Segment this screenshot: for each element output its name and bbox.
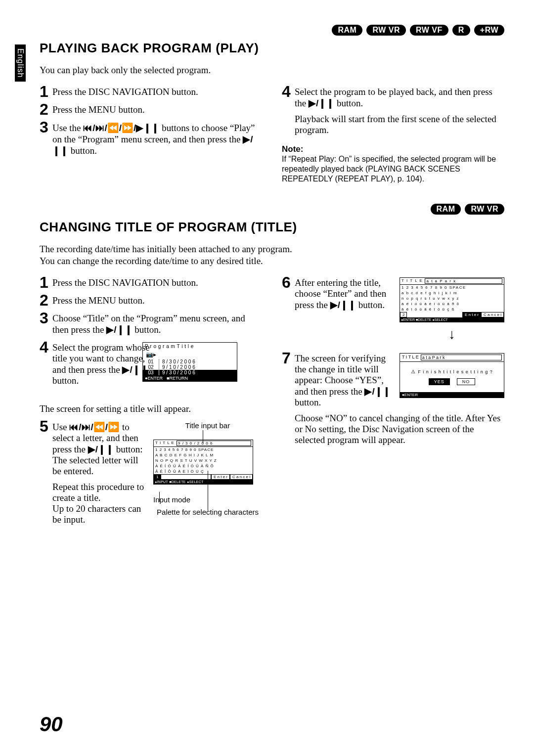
char-row: 1 2 3 4 5 6 7 8 9 0 SPACE [154,447,253,452]
section2-title: CHANGING TITLE OF PROGRAM (TITLE) [40,220,504,235]
nav-buttons-icon: ⏮/⏭/⏪/⏩ [69,422,120,432]
language-tab: English [15,44,26,82]
table-row-selected: 039 / 3 0 / 2 0 0 6 [143,370,237,375]
step-number: 1 [40,273,48,292]
char-row: A B C D E F G H I J K L M [154,452,253,458]
disc-badges-top: RAM RW VR RW VF R +RW [40,25,504,36]
playpause-icon: ▶/❙❙ [309,98,334,108]
cancel-cell: C a n c e l [230,474,253,480]
page-number: 90 [40,712,63,736]
s2-step1: 1 Press the DISC NAVIGATION button. [40,277,262,288]
char-row: â ê î ô û ä ë ï ö ü ç ß [400,307,504,312]
program-title-box: P r o g r a m T i t l e 📷▸ 018 / 3 0 / 2… [142,342,237,382]
mode-bar: 1 E n t e r C a n c e l [154,474,253,480]
s2-step5: 5 Use ⏮/⏭/⏪/⏩ to select a letter, and th… [40,421,262,525]
step-text: button. [68,145,97,156]
box-footer: ●ENTER ■DELETE ●SELECT [400,317,504,322]
mode-bar: 2 E n t e r C a n c e l [400,312,504,317]
step-number: 4 [40,338,48,356]
step-subtext: Repeat this procedure to create a title.… [52,482,144,525]
arrow-down-icon: ↓ [448,326,455,342]
label-title-input-bar: Title input bar [153,421,262,430]
camera-icon: 📷▸ [143,350,237,359]
step-text: button. [356,300,385,310]
step-text: Press the DISC NAVIGATION button. [52,87,198,97]
s2-step7: 7 The screen for verifying the change in… [282,353,504,445]
step-number: 5 [40,417,48,436]
box-footer: ●ENTER [400,392,504,398]
title-value: a t a P a r k [425,278,502,284]
char-row: n o p q r s t u v w x y z [400,296,504,301]
step-number: 4 [282,83,291,101]
step-number: 6 [282,273,291,292]
section2-intro1: The recording date/time has initially be… [40,244,504,255]
s1-step3: 3 Use the ⏮/⏭/⏪/⏩/▶❙❙ buttons to choose … [40,122,262,156]
footer-return: ■RETURN [167,376,188,381]
char-row: À É Í Ó Ú À É Í Ó Ú À Ñ Õ [154,463,253,469]
enter-cell-selected: E n t e r [462,312,481,317]
step-text: button. [133,324,161,335]
s2-step4: 4 Select the program whose title you wan… [40,342,262,397]
s1-step4: 4 Select the program to be played back, … [282,87,504,135]
s1-step2: 2 Press the MENU button. [40,104,262,115]
step-number: 7 [282,349,291,367]
char-row: à é í ó ú à é í ó ú à ñ õ [400,301,504,307]
yes-button: YES [429,378,450,385]
cancel-cell: C a n c e l [481,312,504,317]
section2-intro2: You can change the recording date/time t… [40,256,504,267]
title-value: 9 / 3 0 / 2 0 0 6 [177,441,251,446]
enter-cell: E n t e r [211,474,230,480]
section1-title: PLAYING BACK PROGRAM (PLAY) [40,41,504,56]
nav-buttons-icon: ⏮/⏭/⏪/⏩/▶❙❙ [83,123,159,133]
s2-step4-sub: The screen for setting a title will appe… [40,403,262,414]
playpause-icon: ▶/❙❙ [88,444,114,454]
char-row: 1 2 3 4 5 6 7 8 9 0 SPACE [400,285,504,290]
note-body: If “Repeat Play: On” is specified, the s… [282,154,504,184]
step-number: 1 [40,83,48,101]
table-row: 029 / 1 0 / 2 0 0 6 [143,364,237,370]
char-row: Â Ê Î Ô Û Ä Ë Ï Ö Ü Ç [154,469,253,474]
box-title: T I T L E [402,355,419,360]
s2-step6: 6 After entering the title, choose “Ente… [282,277,504,346]
char-row: a b c d e f g h i j k l m [400,290,504,296]
playpause-icon: ▶/❙❙ [330,300,356,310]
title-input-diagram: Title input bar T I T L E9 / 3 0 / 2 0 0… [153,421,262,516]
verify-box: T I T L Ea t a P a r k F i n i s h t i t… [400,353,504,398]
badge-plusrw: +RW [474,25,504,36]
step-text: Press the DISC NAVIGATION button. [52,277,198,288]
box-header: P r o g r a m T i t l e [143,343,237,350]
badge-r: R [452,25,470,36]
step-text: button. [334,98,363,108]
box-title: T I T L E [155,441,175,446]
s1-step1: 1 Press the DISC NAVIGATION button. [40,87,262,97]
badge-ram: RAM [431,204,461,215]
footer-enter: ●ENTER [145,376,163,381]
title-value: a t a P a r k [421,355,502,360]
keypad-box: T I T L Ea t a P a r k 1 2 3 4 5 6 7 8 9… [400,277,504,322]
step-number: 2 [40,100,48,119]
box-footer: ●ENTER ■RETURN [143,375,237,381]
playpause-icon: ▶/❙❙ [106,324,132,335]
box-footer: ●INPUT ■DELETE ●SELECT [154,480,253,484]
mode-indicator: 2 [400,312,407,317]
table-row: 018 / 3 0 / 2 0 0 6 [143,359,237,364]
s2-step3: 3 Choose “Title” on the “Program” menu s… [40,313,262,335]
verify-question: F i n i s h t i t l e s e t t i n g ? [403,369,501,374]
disc-badges-mid: RAM RW VR [40,204,504,215]
title-input-box: T I T L E9 / 3 0 / 2 0 0 6 1 2 3 4 5 6 7… [153,440,253,485]
step-text: Press the MENU button. [52,295,145,306]
step-text: button. [52,375,79,386]
badge-rwvf: RW VF [410,25,448,36]
badge-rwvr: RW VR [366,25,406,36]
step-subtext: Choose “NO” to cancel changing of the ti… [295,413,504,445]
s2-step2: 2 Press the MENU button. [40,295,262,306]
playpause-icon: ▶/❙❙ [364,386,390,397]
char-row: N O P Q R S T U V W X Y Z [154,458,253,463]
step-text: button. [295,397,321,407]
mode-indicator: 1 [154,474,161,480]
step-text: Use [52,422,69,432]
step-number: 3 [40,309,48,327]
step-text: Press the MENU button. [52,104,145,115]
step-text: Use the [52,123,83,133]
section1-intro: You can play back only the selected prog… [40,65,504,76]
